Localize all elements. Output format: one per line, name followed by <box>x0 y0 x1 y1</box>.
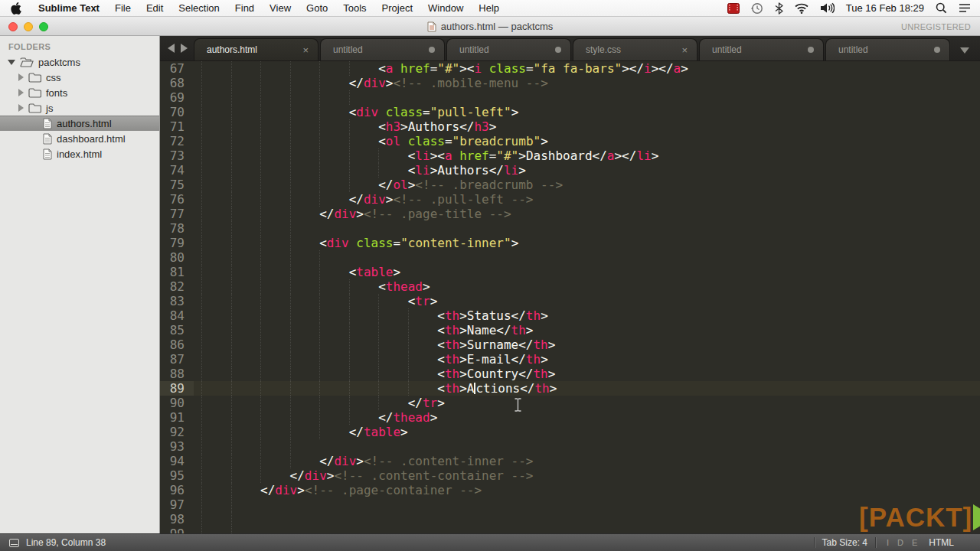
code-line-82[interactable]: 82<thead> <box>160 279 980 294</box>
bluetooth-icon[interactable] <box>775 2 783 15</box>
sidebar-item-packtcms[interactable]: packtcms <box>0 54 159 70</box>
indent-guide <box>260 265 290 279</box>
code-line-90[interactable]: 90</tr> <box>160 396 980 410</box>
sidebar-item-css[interactable]: css <box>0 70 159 85</box>
time-machine-icon[interactable] <box>751 2 763 15</box>
menu-item-view[interactable]: View <box>262 0 299 17</box>
sidebar-item-index-html[interactable]: index.html <box>0 146 159 161</box>
sidebar-item-dashboard-html[interactable]: dashboard.html <box>0 131 159 146</box>
menu-bar-clock[interactable]: Tue 16 Feb 18:29 <box>846 2 924 14</box>
code-line-86[interactable]: 86<th>Surname</th> <box>160 337 980 352</box>
sidebar-item-fonts[interactable]: fonts <box>0 85 159 100</box>
indent-guide <box>201 134 231 148</box>
line-content: <th>Surname</th> <box>194 337 980 352</box>
tab-modified-dot-icon[interactable] <box>555 47 561 53</box>
code-line-81[interactable]: 81<table> <box>160 265 980 279</box>
code-line-94[interactable]: 94</div><!-- .content-inner --> <box>160 454 980 468</box>
menu-item-window[interactable]: Window <box>420 0 471 17</box>
code-line-83[interactable]: 83<tr> <box>160 294 980 308</box>
code-line-80[interactable]: 80 <box>160 250 980 265</box>
tab-nav-back-icon[interactable] <box>168 44 175 53</box>
disclosure-open-icon[interactable] <box>8 60 15 65</box>
tab-close-icon[interactable]: × <box>302 45 309 55</box>
menu-item-tools[interactable]: Tools <box>335 0 374 17</box>
sidebar-item-label: authors.html <box>57 118 112 129</box>
code-line-72[interactable]: 72<ol class="breadcrumb"> <box>160 134 980 148</box>
indent-guide <box>319 352 349 367</box>
disclosure-closed-icon[interactable] <box>18 104 24 112</box>
code-line-84[interactable]: 84<th>Status</th> <box>160 308 980 323</box>
disclosure-closed-icon[interactable] <box>18 89 24 96</box>
code-line-85[interactable]: 85<th>Name</th> <box>160 323 980 337</box>
code-line-71[interactable]: 71<h3>Authors</h3> <box>160 119 980 134</box>
tab-untitled-5[interactable]: untitled <box>825 38 950 60</box>
sidebar-item-authors-html[interactable]: authors.html <box>0 116 159 131</box>
code-line-99[interactable]: 99 <box>160 527 980 533</box>
tab-untitled-2[interactable]: untitled <box>446 38 571 60</box>
code-line-70[interactable]: 70<div class="pull-left"> <box>160 105 980 119</box>
code-line-91[interactable]: 91</thead> <box>160 410 980 425</box>
line-number: 96 <box>160 483 194 497</box>
code-line-87[interactable]: 87<th>E-mail</th> <box>160 352 980 367</box>
indent-guide <box>319 308 349 323</box>
disclosure-closed-icon[interactable] <box>18 73 24 81</box>
indent-guide <box>231 323 261 337</box>
code-line-97[interactable]: 97 <box>160 497 980 512</box>
menu-item-app[interactable]: Sublime Text <box>31 0 107 17</box>
tab-close-icon[interactable]: × <box>681 45 688 55</box>
apple-menu-icon[interactable] <box>0 2 31 15</box>
code-line-74[interactable]: 74<li>Authors</li> <box>160 163 980 178</box>
code-line-76[interactable]: 76</div><!-- .pull-left --> <box>160 192 980 207</box>
menu-item-goto[interactable]: Goto <box>299 0 335 17</box>
tab-untitled-4[interactable]: untitled <box>699 38 824 60</box>
volume-icon[interactable] <box>820 2 835 14</box>
tab-overflow-icon[interactable] <box>960 47 969 54</box>
line-content: </div><!-- .content-inner --> <box>194 454 980 468</box>
tab-style-css-3[interactable]: style.css× <box>573 38 697 60</box>
code-line-96[interactable]: 96</div><!-- .page-container --> <box>160 483 980 497</box>
line-number: 97 <box>160 497 194 512</box>
spotlight-icon[interactable] <box>936 2 947 14</box>
indent-guide <box>319 337 349 352</box>
tab-untitled-1[interactable]: untitled <box>320 38 445 60</box>
menu-item-selection[interactable]: Selection <box>171 0 227 17</box>
code-line-89[interactable]: 89<th>Actions</th> <box>160 381 980 396</box>
indent-guide <box>319 367 349 381</box>
code-line-68[interactable]: 68</div><!-- .mobile-menu --> <box>160 76 980 90</box>
menu-item-help[interactable]: Help <box>471 0 507 17</box>
code-line-95[interactable]: 95</div><!-- .content-container --> <box>160 468 980 483</box>
panel-toggle-icon[interactable] <box>9 539 19 547</box>
tab-modified-dot-icon[interactable] <box>808 47 814 53</box>
line-content: </div><!-- .mobile-menu --> <box>194 76 980 90</box>
notification-center-icon[interactable] <box>959 3 971 13</box>
code-editor[interactable]: 67<a href="#"><i class="fa fa-bars"></i>… <box>160 61 980 533</box>
editor-column: authors.html×untitleduntitledstyle.css×u… <box>160 36 980 533</box>
code-line-79[interactable]: 79<div class="content-inner"> <box>160 236 980 250</box>
code-line-92[interactable]: 92</table> <box>160 425 980 439</box>
code-line-73[interactable]: 73<li><a href="#">Dashboard</a></li> <box>160 148 980 163</box>
code-line-78[interactable]: 78 <box>160 221 980 236</box>
syntax-label[interactable]: HTML <box>929 537 954 548</box>
tab-modified-dot-icon[interactable] <box>934 47 940 53</box>
menu-item-project[interactable]: Project <box>374 0 420 17</box>
menu-item-find[interactable]: Find <box>227 0 262 17</box>
tab-authors-html-0[interactable]: authors.html× <box>194 38 318 60</box>
code-line-77[interactable]: 77</div><!-- .page-title --> <box>160 207 980 221</box>
indent-guide <box>319 396 349 410</box>
code-line-93[interactable]: 93 <box>160 439 980 454</box>
menu-item-file[interactable]: File <box>107 0 139 17</box>
code-line-67[interactable]: 67<a href="#"><i class="fa fa-bars"></i>… <box>160 61 980 76</box>
tab-modified-dot-icon[interactable] <box>429 47 435 53</box>
recording-icon[interactable] <box>727 3 740 14</box>
code-line-98[interactable]: 98 <box>160 512 980 527</box>
wifi-icon[interactable] <box>795 3 808 14</box>
tab-nav-forward-icon[interactable] <box>181 44 188 53</box>
code-line-75[interactable]: 75</ol><!-- .breadcrumb --> <box>160 178 980 192</box>
code-line-69[interactable]: 69 <box>160 90 980 105</box>
sidebar-item-js[interactable]: js <box>0 100 159 116</box>
indent-guide <box>231 134 261 148</box>
indent-guide <box>349 352 379 367</box>
code-line-88[interactable]: 88<th>Country</th> <box>160 367 980 381</box>
tab-size-label[interactable]: Tab Size: 4 <box>822 537 867 548</box>
menu-item-edit[interactable]: Edit <box>139 0 171 17</box>
